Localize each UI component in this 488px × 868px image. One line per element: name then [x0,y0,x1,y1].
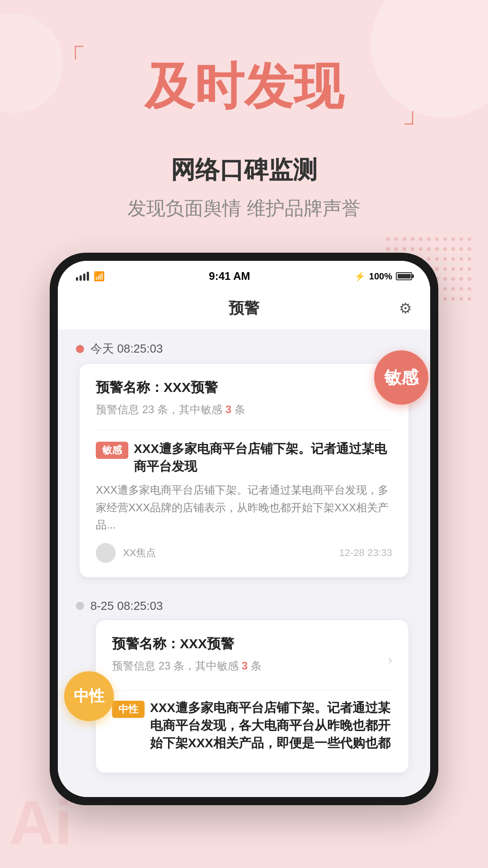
news-badge-1: 敏感 [96,442,128,459]
status-right: ⚡ 100% [354,271,412,282]
bluetooth-icon: ⚡ [354,271,366,282]
news-title-1: XXX遭多家电商平台店铺下架。记者通过某电商平台发现 [134,440,392,475]
chevron-right-icon: › [388,653,392,667]
news-title-row-2: 中性 XXX遭多家电商平台店铺下架。记者通过某电商平台发现，各大电商平台从昨晚也… [112,699,392,752]
news-source-1: XX焦点 [123,546,156,560]
settings-icon[interactable]: ⚙ [399,300,412,317]
signal-bars-icon [76,272,89,281]
news-item-2[interactable]: 中性 XXX遭多家电商平台店铺下架。记者通过某电商平台发现，各大电商平台从昨晚也… [112,690,392,752]
timeline-date-row-1: 今天 08:25:03 [58,330,430,364]
hero-title-section: 「 及时发现 」 [0,45,488,127]
timeline-content: 今天 08:25:03 预警名称：XXX预警 预警信息 23 条，其中敏感 3 … [58,330,430,797]
alert-meta-2: 预警信息 23 条，其中敏感 3 条 [112,659,262,673]
news-item-1[interactable]: 敏感 XXX遭多家电商平台店铺下架。记者通过某电商平台发现 XXX遭多家电商平台… [96,429,392,563]
alert-card-compact-inner: 预警名称：XXX预警 预警信息 23 条，其中敏感 3 条 › [112,635,392,686]
subtitle-sub: 发现负面舆情 维护品牌声誉 [127,196,361,221]
news-title-2: XXX遭多家电商平台店铺下架。记者通过某电商平台发现，各大电商平台从昨晚也都开始… [150,699,392,752]
battery-percent: 100% [369,271,392,282]
news-badge-2: 中性 [112,701,145,718]
alert-title-1: 预警名称：XXX预警 [96,378,392,397]
status-bar: 📶 9:41 AM ⚡ 100% [58,261,430,287]
news-date-1: 12-28 23:33 [339,547,392,559]
timeline-date-row-2: 8-25 08:25:03 [58,588,430,620]
timeline-dot-1 [76,345,84,353]
alert-card-2[interactable]: 预警名称：XXX预警 预警信息 23 条，其中敏感 3 条 › [96,620,408,773]
app-header: 预警 ⚙ [58,287,430,330]
news-footer-1: XX焦点 12-28 23:33 [96,543,392,563]
wifi-icon: 📶 [94,271,105,282]
bracket-left: 「 [59,45,86,72]
timeline-item-1: 今天 08:25:03 预警名称：XXX预警 预警信息 23 条，其中敏感 3 … [58,330,430,577]
status-left: 📶 [76,271,105,282]
subtitle-main: 网络口碑监测 [171,154,317,187]
timeline-item-2: 8-25 08:25:03 中性 预警名称：XXX预警 预 [58,588,430,773]
phone-mockup: 📶 9:41 AM ⚡ 100% 预警 ⚙ [50,253,438,805]
alert-card-1[interactable]: 预警名称：XXX预警 预警信息 23 条，其中敏感 3 条 敏感 XXX遭多家电… [80,364,408,577]
news-avatar-1 [96,543,116,563]
floating-badge-sensitive: 敏感 [374,350,428,405]
main-title: 及时发现 [136,59,352,113]
alert-meta-1: 预警信息 23 条，其中敏感 3 条 [96,402,392,417]
timeline-date-1: 今天 08:25:03 [90,341,163,357]
battery-icon [396,272,412,280]
news-title-row-1: 敏感 XXX遭多家电商平台店铺下架。记者通过某电商平台发现 [96,440,392,475]
phone-mockup-wrapper: 📶 9:41 AM ⚡ 100% 预警 ⚙ [50,253,438,805]
news-excerpt-1: XXX遭多家电商平台店铺下架。记者通过某电商平台发现，多家经营XXX品牌的店铺表… [96,481,392,533]
phone-screen: 📶 9:41 AM ⚡ 100% 预警 ⚙ [58,261,430,797]
alert-title-2: 预警名称：XXX预警 [112,635,262,653]
timeline-dot-2 [76,602,84,610]
bracket-right: 」 [402,99,429,127]
floating-badge-neutral: 中性 [64,671,114,721]
timeline-date-2: 8-25 08:25:03 [90,599,163,613]
app-header-title: 预警 [229,298,259,319]
status-time: 9:41 AM [209,270,250,283]
